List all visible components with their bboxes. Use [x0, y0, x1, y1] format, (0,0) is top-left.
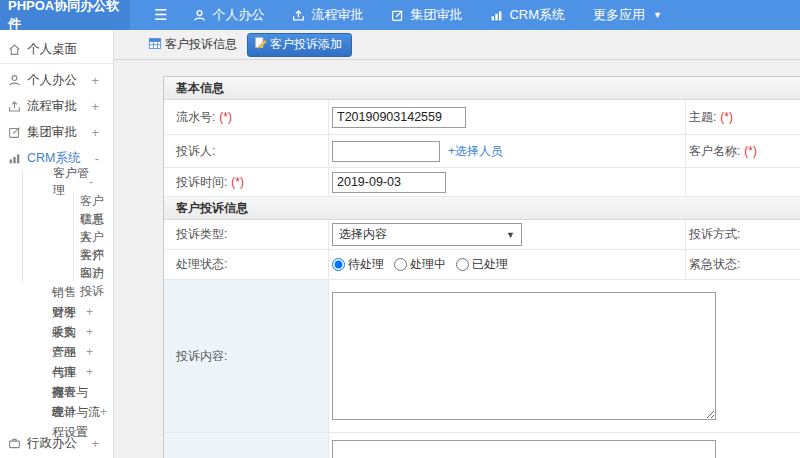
sidebar-item-label: 财务收支 — [52, 302, 86, 322]
section-header-complaint-info: 客户投诉信息 — [164, 197, 800, 220]
home-icon — [8, 43, 21, 56]
sidebar-item-label: 销售管理 — [52, 282, 86, 302]
sidebar-item-form-flow-settings[interactable]: 表单与流程设置 + — [0, 402, 113, 422]
complaint-method-label: 投诉方式: — [686, 220, 800, 249]
tab-bar: 客户投诉信息 客户投诉添加 — [114, 30, 800, 60]
complaint-type-select[interactable]: 选择内容 ▼ — [332, 223, 522, 246]
sidebar-item-agent-management[interactable]: 代理商管理 + — [0, 362, 113, 382]
serial-number-input[interactable] — [332, 107, 466, 128]
select-value: 选择内容 — [339, 226, 387, 243]
complainant-input[interactable] — [332, 141, 440, 162]
row-complaint-content: 投诉内容: — [164, 280, 800, 433]
sidebar-item-purchasing[interactable]: 采购管理 + — [0, 322, 113, 342]
sidebar-item-products-inventory[interactable]: 产品与库存 + — [0, 342, 113, 362]
tab-label: 客户投诉添加 — [270, 36, 342, 53]
serial-label: 流水号: (*) — [164, 100, 329, 134]
radio-processed[interactable]: 已处理 — [456, 256, 508, 273]
sidebar-item-workflow-approval[interactable]: 流程审批 + — [0, 93, 113, 119]
main-area: 客户投诉信息 客户投诉添加 基本信息 流水号: (*) — [114, 30, 800, 458]
radio-processed-input[interactable] — [456, 258, 469, 271]
complaint-content-label: 投诉内容: — [164, 280, 329, 432]
handle-status-radio-group: 待处理 处理中 已处理 — [332, 256, 508, 273]
nav-item-crm-system[interactable]: CRM系统 — [490, 6, 565, 24]
caret-down-icon: ▼ — [653, 10, 662, 20]
expand-icon[interactable]: + — [91, 125, 99, 140]
flow-approval-icon — [292, 9, 305, 22]
nav-item-personal-office[interactable]: 个人办公 — [193, 6, 264, 24]
select-person-link[interactable]: +选择人员 — [448, 143, 503, 160]
radio-pending[interactable]: 待处理 — [332, 256, 384, 273]
required-mark: (*) — [231, 175, 244, 189]
sidebar-item-label: 集团审批 — [27, 124, 77, 141]
complaint-time-label: 投诉时间: (*) — [164, 168, 329, 196]
sidebar-item-customer-care[interactable]: 客户关怀 — [74, 228, 113, 246]
top-nav: ☰ 个人办公 流程审批 集团审批 CRM系统 更多应用 ▼ — [130, 0, 800, 30]
extra-content-textarea[interactable] — [332, 440, 716, 458]
sidebar-item-label: 采购管理 — [52, 322, 86, 342]
required-mark: (*) — [720, 110, 733, 124]
sidebar-item-customer-revisit[interactable]: 客户回访 — [74, 246, 113, 264]
sidebar-item-reports-statistics[interactable]: 报表与统计 — [0, 382, 113, 402]
expand-icon[interactable]: + — [86, 282, 93, 302]
expand-icon[interactable]: + — [100, 402, 107, 422]
collapse-icon[interactable]: - — [95, 151, 99, 166]
nav-item-label: 更多应用 — [593, 6, 645, 24]
nav-item-group-approval[interactable]: 集团审批 — [391, 6, 462, 24]
row-serial-number: 流水号: (*) 主题: (*) — [164, 100, 800, 135]
nav-item-label: CRM系统 — [509, 6, 565, 24]
sidebar-item-customer-complaint[interactable]: 客户投诉 — [74, 264, 113, 282]
radio-pending-input[interactable] — [332, 258, 345, 271]
customer-management-group: 客户管理 - 客户信息 联系人 客户关怀 客户回访 客户投诉 — [22, 171, 113, 282]
sidebar-item-label: 产品与库存 — [52, 342, 86, 362]
tab-complaint-add[interactable]: 客户投诉添加 — [247, 33, 352, 57]
sidebar-item-customer-management[interactable]: 客户管理 - — [23, 171, 113, 192]
sidebar-item-contacts[interactable]: 联系人 — [74, 210, 113, 228]
complaint-form-panel: 基本信息 流水号: (*) 主题: (*) — [163, 76, 800, 458]
radio-processing[interactable]: 处理中 — [394, 256, 446, 273]
row-extra-content — [164, 433, 800, 458]
expand-icon[interactable]: + — [86, 362, 93, 382]
user-icon — [8, 74, 21, 87]
tab-complaint-list[interactable]: 客户投诉信息 — [148, 36, 237, 53]
nav-item-more-apps[interactable]: 更多应用 ▼ — [593, 6, 662, 24]
required-mark: (*) — [744, 144, 757, 158]
radio-processing-input[interactable] — [394, 258, 407, 271]
sidebar-item-finance[interactable]: 财务收支 + — [0, 302, 113, 322]
complaint-time-input[interactable] — [332, 172, 446, 193]
bar-chart-icon — [8, 152, 21, 165]
complainant-label: 投诉人: — [164, 135, 329, 167]
hamburger-icon[interactable]: ☰ — [154, 6, 167, 24]
sidebar-item-label: 报表与统计 — [52, 382, 93, 402]
collapse-icon[interactable]: - — [89, 175, 93, 189]
sidebar-item-personal-office[interactable]: 个人办公 + — [0, 67, 113, 93]
sidebar-item-group-approval[interactable]: 集团审批 + — [0, 119, 113, 145]
customer-name-label: 客户名称: (*) — [686, 135, 800, 167]
nav-item-label: 流程审批 — [311, 6, 363, 24]
required-mark: (*) — [219, 110, 232, 124]
section-header-basic-info: 基本信息 — [164, 77, 800, 100]
row-complaint-type: 投诉类型: 选择内容 ▼ 投诉方式: — [164, 220, 800, 250]
nav-item-workflow-approval[interactable]: 流程审批 — [292, 6, 363, 24]
row-complaint-time: 投诉时间: (*) — [164, 168, 800, 197]
sidebar-item-administration[interactable]: 行政办公 + — [0, 430, 113, 456]
edit-add-icon — [254, 36, 267, 52]
complaint-type-label: 投诉类型: — [164, 220, 329, 249]
expand-icon[interactable]: + — [91, 436, 99, 451]
caret-down-icon: ▼ — [506, 230, 515, 240]
top-bar: PHPOA协同办公软件 ☰ 个人办公 流程审批 集团审批 CRM系统 更多应用 … — [0, 0, 800, 30]
expand-icon[interactable]: + — [91, 99, 99, 114]
expand-icon[interactable]: + — [86, 302, 93, 322]
sidebar-item-label: 个人桌面 — [27, 41, 77, 58]
expand-icon[interactable]: + — [91, 73, 99, 88]
table-icon — [148, 37, 162, 53]
expand-icon[interactable]: + — [86, 342, 93, 362]
complaint-content-textarea[interactable] — [332, 292, 716, 420]
edit-square-icon — [8, 126, 21, 139]
expand-icon[interactable]: + — [86, 322, 93, 342]
sidebar-item-label: 行政办公 — [27, 435, 77, 452]
nav-item-label: 集团审批 — [410, 6, 462, 24]
nav-item-label: 个人办公 — [212, 6, 264, 24]
sidebar-item-desktop[interactable]: 个人桌面 — [0, 36, 113, 64]
sidebar-item-customer-info[interactable]: 客户信息 — [74, 192, 113, 210]
bar-chart-icon — [490, 9, 503, 22]
